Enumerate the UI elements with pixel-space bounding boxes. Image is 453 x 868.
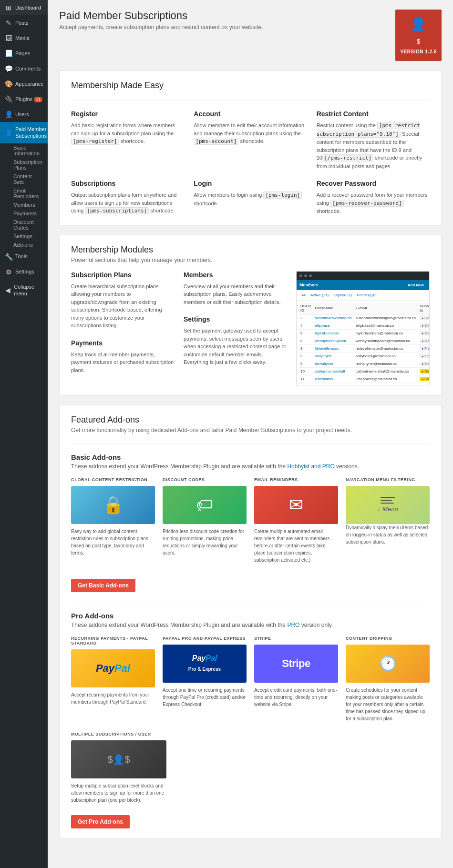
module-members: Members Overview of all your members and… bbox=[184, 271, 287, 306]
pro-addons-title: Pro Add-ons bbox=[71, 612, 430, 620]
addon-stripe-title: STRIPE bbox=[254, 636, 338, 641]
feature-restrict-title: Restrict Content bbox=[317, 110, 430, 118]
addon-paypal-pro: PAYPAL PRO AND PAYPAL EXPRESS PayPalPro … bbox=[163, 636, 247, 722]
sidebar-item-plugins[interactable]: 🔌 Plugins 11 bbox=[0, 91, 48, 107]
basic-addons-grid: GLOBAL CONTENT RESTRICTION 🔒 Easy way to… bbox=[71, 477, 430, 564]
tab-active[interactable]: Active (11) bbox=[309, 292, 330, 298]
addon-dc-img: 🏷 bbox=[163, 486, 247, 524]
sidebar-sub-addons[interactable]: Add-ons bbox=[0, 241, 48, 249]
feature-register-desc: Add basic registration forms where membe… bbox=[71, 121, 184, 146]
menu-line-2 bbox=[381, 500, 392, 501]
addon-cd-desc: Create schedules for your content, makin… bbox=[346, 686, 430, 722]
dot1 bbox=[299, 274, 302, 277]
sidebar-item-label: Paid Member Subscriptions bbox=[15, 126, 47, 140]
tab-pending[interactable]: Pending (0) bbox=[355, 292, 378, 298]
addon-cd-title: CONTENT DRIPPING bbox=[346, 636, 430, 641]
feature-register-title: Register bbox=[71, 110, 184, 118]
sidebar-item-comments[interactable]: 💬 Comments bbox=[0, 61, 48, 76]
sidebar-item-label: Settings bbox=[15, 268, 34, 275]
sidebar-sub-payments[interactable]: Payments bbox=[0, 209, 48, 218]
sidebar-sub-content-sets[interactable]: Content Sets bbox=[0, 172, 48, 186]
get-pro-addons-button[interactable]: Get Pro Add-ons bbox=[71, 815, 130, 828]
module-members-title: Members bbox=[184, 271, 287, 279]
sidebar-item-label: Dashboard bbox=[15, 4, 41, 11]
users-icon: 👤 bbox=[5, 111, 12, 118]
addon-ms-img: $👤$ bbox=[71, 740, 166, 778]
addon-ms-title: MULTIPLE SUBSCRIPTIONS / USER bbox=[71, 732, 166, 737]
addon-dc-title: DISCOUNT CODES bbox=[163, 477, 247, 482]
addon-dc-desc: Friction-less discount code creation for… bbox=[163, 528, 247, 556]
col-userid: USER ID bbox=[299, 303, 313, 314]
addon-content-dripping: CONTENT DRIPPING 🕐 Create schedules for … bbox=[346, 636, 430, 722]
feature-login-desc: Allow members to login using [pms-login]… bbox=[194, 191, 307, 207]
addons-subtitle: Get more functionality by using dedicate… bbox=[71, 427, 430, 434]
sidebar-sub-subscription-plans[interactable]: Subscription Plans bbox=[0, 158, 48, 172]
sidebar-item-appearance[interactable]: 🎨 Appearance bbox=[0, 76, 48, 91]
sidebar-item-label: Collapse menu bbox=[14, 283, 43, 297]
feature-restrict-desc: Restrict content using the [pms-restrict… bbox=[317, 121, 430, 170]
modules-left: Subscription Plans Create hierarchical s… bbox=[71, 271, 174, 385]
sidebar-item-settings[interactable]: ⚙ Settings bbox=[0, 264, 48, 280]
addon-stripe: STRIPE Stripe Accept credit card payment… bbox=[254, 636, 338, 722]
table-row: 11liraesolimsliraesolims@mainstar.co● Go… bbox=[299, 375, 430, 383]
menu-line-1 bbox=[381, 497, 395, 498]
feature-recover: Recover Password Add a recover password … bbox=[317, 180, 430, 215]
feature-subscriptions-desc: Output subscription plans form anywhere … bbox=[71, 191, 184, 215]
membership-features-grid: Register Add basic registration forms wh… bbox=[71, 110, 430, 215]
main-content: Paid Member Subscriptions Accept payment… bbox=[48, 0, 453, 868]
get-basic-addons-button[interactable]: Get Basic Add-ons bbox=[71, 579, 135, 592]
membership-section-title: Membership Made Easy bbox=[71, 81, 430, 91]
addon-nm-img: ≡ Menu bbox=[346, 486, 430, 524]
sidebar-item-collapse[interactable]: ◀ Collapse menu bbox=[0, 280, 48, 301]
tools-icon: 🔧 bbox=[5, 253, 12, 261]
sidebar-sub-members[interactable]: Members bbox=[0, 201, 48, 209]
feature-register: Register Add basic registration forms wh… bbox=[71, 110, 184, 170]
sidebar-item-dashboard[interactable]: ⊞ Dashboard bbox=[0, 0, 48, 15]
addon-ppe-title: PAYPAL PRO AND PAYPAL EXPRESS bbox=[163, 636, 247, 641]
sidebar-sub-discount-codes[interactable]: Discount Codes bbox=[0, 218, 48, 232]
sidebar-sub-settings[interactable]: Settings bbox=[0, 232, 48, 241]
sidebar-item-label: Media bbox=[15, 35, 30, 41]
page-subtitle: Accept payments, create subscription pla… bbox=[59, 24, 263, 30]
module-settings: Settings Set the payment gateway used to… bbox=[184, 315, 287, 366]
table-row: 2susanmaewashingtonsusanmaewashington@ma… bbox=[299, 314, 430, 322]
table-row: 9hblavellemsonhblavellemson@mainstar.co●… bbox=[299, 344, 430, 352]
modules-section-title: Membership Modules bbox=[71, 245, 430, 255]
tab-expired[interactable]: Expired (1) bbox=[331, 292, 354, 298]
module-subscription-plans: Subscription Plans Create hierarchical s… bbox=[71, 271, 174, 330]
module-settings-title: Settings bbox=[184, 315, 287, 323]
sidebar-item-media[interactable]: 🖼 Media bbox=[0, 30, 48, 46]
modules-right: Members Overview of all your members and… bbox=[184, 271, 287, 385]
addons-section: Featured Add-ons Get more functionality … bbox=[59, 405, 442, 838]
feature-recover-desc: Add a recover password form for your mem… bbox=[317, 191, 430, 215]
sidebar-sub-email-reminders[interactable]: Email Reminders bbox=[0, 186, 48, 201]
sidebar-item-posts[interactable]: ✎ Posts bbox=[0, 15, 48, 30]
members-screenshot: Members Add New All Active (11) Expired … bbox=[296, 271, 430, 385]
feature-login-title: Login bbox=[194, 180, 307, 187]
table-row: 8wendyrunningbamwendyrunningbam@mainstar… bbox=[299, 337, 430, 344]
sidebar-item-users[interactable]: 👤 Users bbox=[0, 107, 48, 122]
sidebar-item-pages[interactable]: 📃 Pages bbox=[0, 46, 48, 61]
addon-ms-desc: Setup multiple subscription level blocks… bbox=[71, 782, 166, 804]
table-row: 10catherinemershallcatherinemershall@mai… bbox=[299, 367, 430, 375]
module-settings-desc: Set the payment gateway used to accept p… bbox=[184, 327, 287, 366]
addon-paypal-standard: RECURRING PAYMENTS - PAYPAL STANDARD Pay… bbox=[71, 636, 155, 722]
settings-icon: ⚙ bbox=[5, 268, 12, 276]
addon-pp-title: RECURRING PAYMENTS - PAYPAL STANDARD bbox=[71, 636, 155, 646]
addon-email-reminders: EMAIL REMINDERS ✉ Create multiple automa… bbox=[254, 477, 338, 564]
table-header-row: USER ID Username E-mail Subscribed to bbox=[299, 303, 430, 314]
addon-gcr-title: GLOBAL CONTENT RESTRICTION bbox=[71, 477, 155, 482]
pro-link[interactable]: PRO bbox=[287, 622, 299, 628]
screenshot-title: Members bbox=[299, 283, 319, 287]
addon-nm-title: NAVIGATION MENU FILTERING bbox=[346, 477, 430, 482]
sidebar-item-pms[interactable]: 👤 Paid Member Subscriptions bbox=[0, 122, 48, 143]
sidebar-item-label: Tools bbox=[15, 253, 28, 260]
sidebar-item-tools[interactable]: 🔧 Tools bbox=[0, 249, 48, 264]
page-header: Paid Member Subscriptions Accept payment… bbox=[59, 10, 442, 61]
addon-gcr-desc: Easy way to add global content restricti… bbox=[71, 528, 155, 556]
tab-all[interactable]: All bbox=[299, 292, 308, 298]
sidebar-item-label: Posts bbox=[15, 20, 29, 26]
comments-icon: 💬 bbox=[5, 65, 12, 72]
hobbyist-pro-link[interactable]: Hobbyist and PRO bbox=[287, 463, 334, 470]
sidebar-sub-basic-info[interactable]: Basic Information bbox=[0, 143, 48, 158]
